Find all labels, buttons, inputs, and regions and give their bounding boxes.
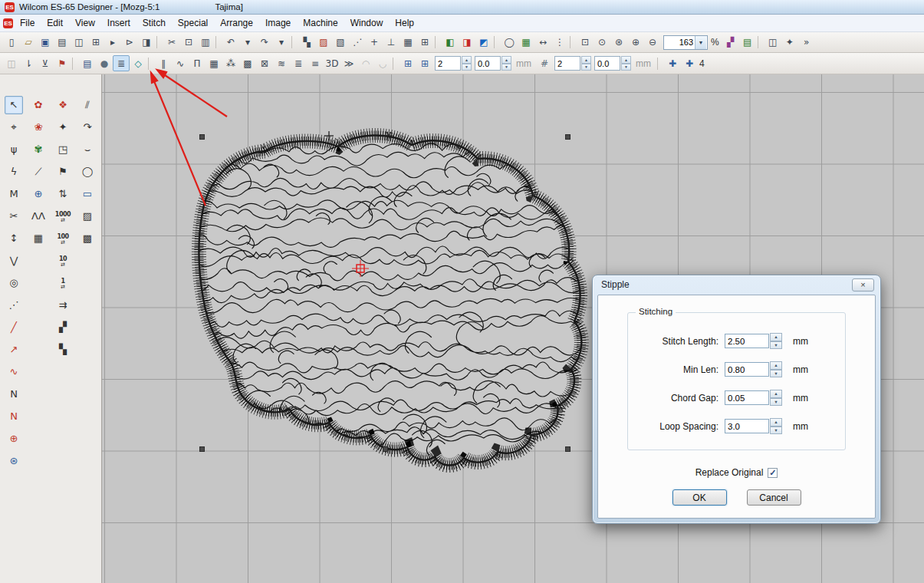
grid-snap-button[interactable]: ⊞: [416, 55, 433, 71]
zigzag-run-tool[interactable]: ∿: [5, 363, 23, 381]
needle-points-button[interactable]: ⊥: [383, 35, 400, 51]
spin-down-button[interactable]: ▼: [621, 64, 631, 71]
end-point-tool[interactable]: ⊛: [5, 452, 23, 470]
spin-down-button[interactable]: ▼: [581, 64, 591, 71]
copy-button[interactable]: ⊡: [180, 35, 197, 51]
object-properties-button[interactable]: ◫: [765, 35, 781, 51]
dome-up-button[interactable]: ◠: [357, 55, 374, 71]
spin-up-button[interactable]: ▲: [770, 390, 782, 398]
color-film-button[interactable]: ▤: [739, 35, 756, 51]
3d-effect-button[interactable]: 3D: [324, 55, 340, 71]
replace-original-checkbox[interactable]: ✓: [768, 468, 778, 478]
dome-down-button[interactable]: ◡: [374, 55, 391, 71]
spin-up-button[interactable]: ▲: [581, 56, 591, 64]
fill-white-button[interactable]: ▧: [332, 35, 349, 51]
save-design-button[interactable]: ▣: [37, 35, 54, 51]
menu-view[interactable]: View: [69, 15, 101, 31]
center-view-button[interactable]: ✚: [681, 55, 698, 71]
branch-tool[interactable]: ❖: [54, 96, 72, 114]
overlap-remove-button[interactable]: ▞: [722, 35, 739, 51]
dot-fill-button[interactable]: ⋰: [349, 35, 366, 51]
pan-button[interactable]: ✚: [664, 55, 681, 71]
zoom-scale-10[interactable]: 10⇄: [54, 252, 72, 270]
ring-tool[interactable]: ◎: [5, 274, 23, 292]
field-value-input[interactable]: [725, 419, 769, 433]
write-to-card-button[interactable]: ◨: [138, 35, 155, 51]
measure-tool[interactable]: ↕: [5, 229, 23, 248]
zigzag-stitch-button[interactable]: ∿: [172, 55, 189, 71]
print-button[interactable]: ◫: [71, 35, 87, 51]
redo-dropdown[interactable]: ▾: [273, 35, 290, 51]
redo-button[interactable]: ↷: [256, 35, 273, 51]
satin-red-button[interactable]: ▨: [315, 35, 332, 51]
spin-down-button[interactable]: ▼: [462, 64, 472, 71]
dotted-run-tool[interactable]: ⋰: [5, 296, 23, 315]
send-to-machine-button[interactable]: ⊳: [121, 35, 138, 51]
guide-size-input[interactable]: [554, 56, 580, 71]
flag-tool[interactable]: ⚑: [54, 163, 72, 181]
prev-object-button[interactable]: ◫: [3, 55, 20, 71]
spin-up-button[interactable]: ▲: [462, 56, 472, 64]
menu-arrange[interactable]: Arrange: [214, 15, 259, 31]
jump-red-tool[interactable]: N: [5, 407, 23, 426]
hatch-tool[interactable]: ⫽: [78, 96, 97, 114]
spin-up-button[interactable]: ▲: [770, 418, 782, 427]
spin-up-button[interactable]: ▲: [621, 56, 631, 64]
spin-up-button[interactable]: ▲: [501, 56, 511, 64]
selection-handle[interactable]: [565, 134, 571, 140]
pattern-a-tool[interactable]: ▨: [78, 207, 97, 226]
selection-handle[interactable]: [199, 134, 205, 140]
contour-fill-button[interactable]: ≣: [290, 55, 307, 71]
flower-small-tool[interactable]: ❀: [29, 118, 48, 137]
overlock-button[interactable]: ⊞: [416, 35, 433, 51]
polygon-select-tool[interactable]: ⌖: [5, 118, 23, 137]
color-change-button[interactable]: ⚑: [54, 55, 71, 71]
menu-machine[interactable]: Machine: [297, 15, 344, 31]
dialog-title-bar[interactable]: Stipple ×: [593, 275, 880, 294]
image-green-button[interactable]: ◧: [442, 35, 459, 51]
spin-down-button[interactable]: ▼: [770, 370, 782, 378]
zoom-dropdown-icon[interactable]: ▼: [695, 36, 706, 49]
image-red-button[interactable]: ◨: [459, 35, 475, 51]
texture-a-tool[interactable]: ▞: [54, 318, 72, 337]
checker-tool-button[interactable]: ▚: [298, 35, 315, 51]
guides-button[interactable]: ⋮: [551, 35, 568, 51]
menu-window[interactable]: Window: [344, 15, 390, 31]
image-blue-button[interactable]: ◩: [475, 35, 492, 51]
grid-offset-input[interactable]: [475, 56, 501, 71]
print-preview-button[interactable]: ⊞: [87, 35, 104, 51]
open-shape-tool[interactable]: ⌣: [78, 140, 97, 159]
spin-down-button[interactable]: ▼: [501, 64, 511, 71]
zoom-scale-100[interactable]: 100⇄: [54, 229, 72, 248]
menu-help[interactable]: Help: [389, 15, 420, 31]
grid-blue-button[interactable]: ⊞: [400, 55, 416, 71]
pattern-b-tool[interactable]: ▩: [78, 229, 97, 248]
cross-stitch-button[interactable]: ⊠: [256, 55, 273, 71]
open-design-button[interactable]: ▱: [20, 35, 37, 51]
start-point-tool[interactable]: ⊕: [5, 430, 23, 448]
selection-handle[interactable]: [199, 446, 205, 452]
menu-app-icon[interactable]: ES: [3, 18, 13, 28]
outline-design-button[interactable]: ▤: [79, 55, 96, 71]
curve-tool[interactable]: ↷: [78, 118, 97, 137]
field-value-input[interactable]: [725, 334, 769, 348]
menu-file[interactable]: File: [14, 15, 41, 31]
zoom-factor-input[interactable]: [664, 38, 695, 47]
paste-button[interactable]: ▥: [197, 35, 214, 51]
jump-tool[interactable]: N: [5, 385, 23, 403]
wave-stitch-tool[interactable]: ΛΛ: [29, 207, 48, 226]
zoom-out-button[interactable]: ⊖: [644, 35, 661, 51]
scissors-tool[interactable]: ✂: [5, 207, 23, 226]
menu-edit[interactable]: Edit: [41, 15, 69, 31]
dialog-close-button[interactable]: ×: [852, 278, 874, 292]
guide-spacing-button[interactable]: #: [536, 55, 553, 71]
overflow-button[interactable]: »: [798, 35, 815, 51]
cut-button[interactable]: ✂: [163, 35, 180, 51]
lift-tool[interactable]: ⇅: [54, 185, 72, 203]
effects-button[interactable]: ✦: [781, 35, 798, 51]
hoop-button[interactable]: ◯: [501, 35, 518, 51]
offset-tool[interactable]: ⇉: [54, 296, 72, 315]
ruler-button[interactable]: ↔: [534, 35, 551, 51]
zoom-tool-button[interactable]: ⊙: [594, 35, 610, 51]
zoom-box-button[interactable]: ⊡: [577, 35, 594, 51]
